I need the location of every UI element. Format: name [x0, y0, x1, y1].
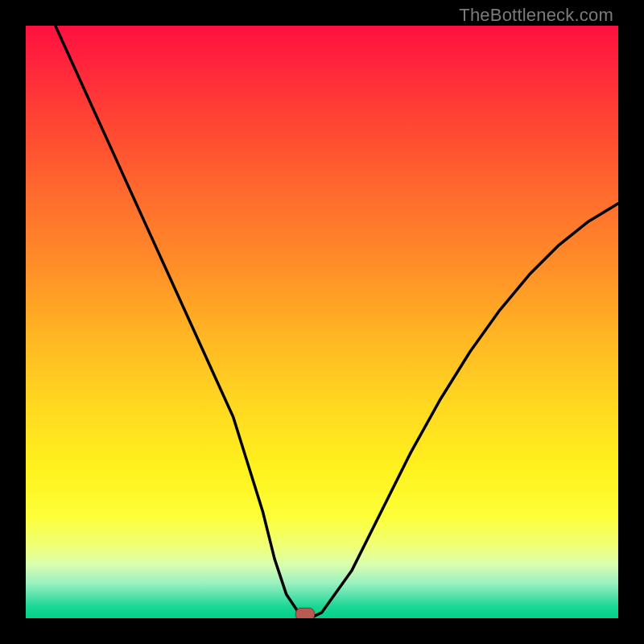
chart-frame [0, 0, 644, 644]
watermark-text: TheBottleneck.com [459, 5, 613, 26]
